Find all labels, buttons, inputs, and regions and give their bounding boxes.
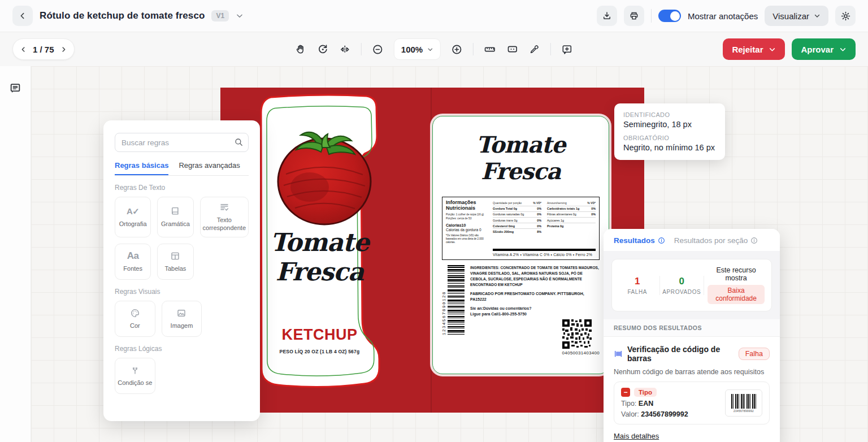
approve-button[interactable]: Aprovar <box>792 38 856 60</box>
approved-count: 0 <box>662 276 702 287</box>
zoom-in-button[interactable] <box>451 44 463 55</box>
rules-panel: Regras básicas Regras avançadas Regras D… <box>103 120 260 421</box>
eyedropper-icon <box>529 44 540 55</box>
manufacturer-text: FABRICADO POR FRESHTOMATO COMPANY. PITTS… <box>470 291 600 303</box>
add-comment-button[interactable] <box>561 44 573 55</box>
back-label: Tomate Fresca Informações Nutricionais P… <box>432 116 609 374</box>
nutrition-heading: Informações Nutricionais <box>446 200 489 211</box>
tab-basic-rules[interactable]: Regras básicas <box>115 161 168 175</box>
section-title-visual-rules: Regras Visuais <box>115 288 249 296</box>
stat-approved: 0 APROVADOS <box>660 276 705 295</box>
check-title: Verificação de código de barras <box>627 345 734 363</box>
chevron-down-icon[interactable] <box>236 12 244 20</box>
results-panel: Resultados Resultados por seção 1 FALHA … <box>604 229 780 442</box>
more-details-link[interactable]: Mais detalhes <box>614 432 659 440</box>
compliance-badge: Baixa conformidade <box>708 285 765 304</box>
settings-button[interactable] <box>835 6 856 26</box>
visualize-dropdown[interactable]: Visualizar <box>765 6 828 26</box>
tab-results[interactable]: Resultados <box>614 236 665 245</box>
barcode-check-icon <box>614 349 623 358</box>
rule-tile-matching-text[interactable]: Texto correspondente <box>200 197 249 237</box>
rotate-tool-button[interactable] <box>317 44 329 55</box>
back-button[interactable] <box>12 6 33 26</box>
prev-page-button[interactable] <box>20 46 27 53</box>
zoom-level-dropdown[interactable]: 100% <box>394 38 441 60</box>
resource-text: Este recurso mostra <box>708 266 765 282</box>
download-icon <box>602 11 612 21</box>
results-stats: 1 FALHA 0 APROVADOS Este recurso mostra … <box>604 251 780 319</box>
show-annotations-label: Mostrar anotações <box>688 11 758 21</box>
rule-tile-image[interactable]: Imagem <box>162 301 202 337</box>
rule-tile-fonts[interactable]: Aa Fontes <box>115 244 151 280</box>
canvas-tools: 100% <box>295 38 573 60</box>
spellcheck-icon: A✓ <box>127 206 139 217</box>
fail-minus-icon: − <box>621 388 630 397</box>
flip-tool-button[interactable] <box>339 44 351 55</box>
chevron-down-icon <box>839 46 847 53</box>
vitamins-line: Vitamina A 2% • Vitamina C 0% • Cálcio 0… <box>493 253 596 257</box>
calories: Calorias10 <box>446 223 489 227</box>
visualize-label: Visualizar <box>772 11 809 21</box>
front-title: Tomate Fresca <box>254 228 385 287</box>
flip-horizontal-icon <box>339 44 351 55</box>
search-input[interactable] <box>115 133 249 152</box>
front-title-line2: Fresca <box>254 257 385 287</box>
text-check-icon <box>219 202 229 213</box>
ruler-tool-button[interactable] <box>484 43 496 55</box>
back-title-line1: Tomate <box>442 131 600 158</box>
chevron-down-icon <box>814 12 821 19</box>
barcode-thumbnail-stripes <box>731 394 756 409</box>
label-artwork: Tomate Fresca KETCHUP PESO LÍQ 20 OZ (1 … <box>220 88 644 413</box>
print-button[interactable] <box>624 6 644 26</box>
qr-number: 04050031403400 <box>562 350 600 356</box>
eyedropper-tool-button[interactable] <box>529 44 540 55</box>
pan-tool-button[interactable] <box>295 44 307 55</box>
back-title: Tomate Fresca <box>442 131 600 184</box>
info-icon <box>658 237 665 244</box>
nutrition-divider-bar <box>493 249 596 251</box>
version-badge[interactable]: V1 <box>211 10 229 21</box>
next-page-button[interactable] <box>60 46 67 53</box>
reject-button[interactable]: Rejeitar <box>723 38 785 60</box>
back-title-line2: Fresca <box>442 158 600 184</box>
results-tabs: Resultados Resultados por seção <box>604 229 780 251</box>
show-annotations-toggle[interactable] <box>658 10 681 22</box>
download-button[interactable] <box>597 6 617 26</box>
qr-code <box>562 319 592 349</box>
section-title-logic-rules: Regras Lógicas <box>115 345 249 353</box>
rule-tile-grammar[interactable]: Gramática <box>157 197 193 237</box>
rule-tile-condition[interactable]: Condição se <box>115 358 155 394</box>
review-actions: Rejeitar Aprovar <box>723 38 856 60</box>
header-divider <box>651 9 652 23</box>
tab-results-by-section[interactable]: Resultados por seção <box>674 236 758 245</box>
comments-icon[interactable] <box>9 82 21 94</box>
zoom-level-value: 100% <box>401 45 423 54</box>
zoom-in-icon <box>451 44 463 55</box>
rule-tile-spelling[interactable]: A✓ Ortografia <box>115 197 151 237</box>
barcode-thumbnail: 234567899992 <box>725 389 762 417</box>
rules-tabs: Regras básicas Regras avançadas <box>115 161 249 176</box>
required-value: Negrito, no mínimo 16 px <box>623 143 716 152</box>
hand-icon <box>295 44 307 55</box>
palette-icon <box>130 307 140 319</box>
serving-size: Porção: 1 colher de sopa (16 g) <box>446 213 489 217</box>
measure-tool-button[interactable] <box>506 43 519 55</box>
barcode-issue-card[interactable]: − Tipo Tipo: EAN Valor: 234567899992 234… <box>614 382 770 424</box>
chevron-left-icon <box>18 11 27 20</box>
nutrition-left-column: Informações Nutricionais Porção: 1 colhe… <box>446 200 489 257</box>
image-icon <box>176 307 186 319</box>
daily-value-footnote: *Os Valores Diários (VD) são baseados em… <box>446 234 489 245</box>
front-label: Tomate Fresca KETCHUP PESO LÍQ 20 OZ (1 … <box>254 93 393 391</box>
approved-label: APROVADOS <box>662 289 702 295</box>
main-area: Tomate Fresca KETCHUP PESO LÍQ 20 OZ (1 … <box>0 66 868 442</box>
identified-value: Seminegrito, 18 px <box>623 120 716 129</box>
rotate-icon <box>317 44 329 55</box>
rule-tile-color[interactable]: Cor <box>115 301 155 337</box>
document-canvas[interactable]: Tomate Fresca KETCHUP PESO LÍQ 20 OZ (1 … <box>31 66 868 442</box>
info-icon <box>750 237 758 244</box>
barcode-digits: 1234567890128 <box>442 265 446 335</box>
tab-advanced-rules[interactable]: Regras avançadas <box>179 161 240 175</box>
barcode-type: Tipo: EAN <box>621 400 721 408</box>
zoom-out-button[interactable] <box>372 44 384 55</box>
rule-tile-tables[interactable]: Tabelas <box>157 244 193 280</box>
